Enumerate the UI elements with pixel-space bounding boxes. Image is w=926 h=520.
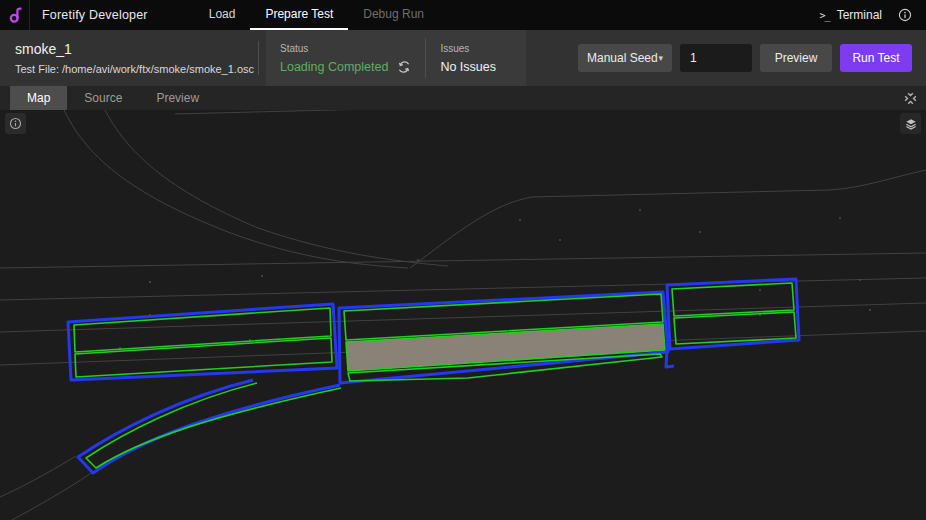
info-icon xyxy=(9,117,22,130)
map-layers-button[interactable] xyxy=(900,113,921,134)
lane-group-middle xyxy=(339,292,668,383)
foretify-logo-icon xyxy=(6,6,24,24)
status-block: Status Loading Completed xyxy=(266,43,425,74)
app-info-button[interactable] xyxy=(892,0,926,30)
tab-map[interactable]: Map xyxy=(10,86,67,110)
app-logo[interactable] xyxy=(0,0,30,30)
status-label: Status xyxy=(280,43,411,54)
test-file-path: Test File: /home/avi/work/ftx/smoke/smok… xyxy=(15,63,258,75)
nav-item-load[interactable]: Load xyxy=(194,0,251,30)
main-nav: Load Prepare Test Debug Run xyxy=(194,0,439,30)
terminal-label: Terminal xyxy=(837,8,882,22)
nav-item-debug-run[interactable]: Debug Run xyxy=(348,0,439,30)
seed-mode-value: Manual Seed xyxy=(587,51,658,65)
layers-icon xyxy=(904,117,918,131)
refresh-icon xyxy=(397,60,411,74)
map-render xyxy=(0,110,926,520)
test-name: smoke_1 xyxy=(15,41,258,57)
run-controls: Manual Seed ▾ Preview Run Test xyxy=(578,44,912,72)
run-test-button[interactable]: Run Test xyxy=(840,44,912,72)
view-tabbar: Map Source Preview xyxy=(0,86,926,110)
road-network xyxy=(0,110,926,520)
lane-group-right xyxy=(666,279,799,367)
chevron-down-icon: ▾ xyxy=(658,53,663,63)
issues-value: No Issues xyxy=(440,60,512,74)
collapse-icon xyxy=(903,91,918,106)
lane-marker-dots xyxy=(119,209,871,349)
tab-preview[interactable]: Preview xyxy=(139,86,216,110)
seed-mode-select[interactable]: Manual Seed ▾ xyxy=(578,44,672,72)
map-info-button[interactable] xyxy=(5,113,26,134)
issues-block: Issues No Issues xyxy=(426,43,526,74)
test-info: smoke_1 Test File: /home/avi/work/ftx/sm… xyxy=(0,41,258,75)
collapse-panel-button[interactable] xyxy=(895,86,926,110)
status-value: Loading Completed xyxy=(280,60,388,74)
map-canvas[interactable] xyxy=(0,110,926,520)
tab-source[interactable]: Source xyxy=(67,86,139,110)
preview-button[interactable]: Preview xyxy=(760,44,832,72)
terminal-icon: >_ xyxy=(820,10,830,21)
app-title: Foretify Developer xyxy=(30,0,148,30)
terminal-button[interactable]: >_ Terminal xyxy=(810,0,892,30)
lane-group-left xyxy=(68,304,337,380)
info-icon xyxy=(898,8,912,22)
refresh-status-button[interactable] xyxy=(397,60,411,74)
status-panel: Status Loading Completed Issues No Issue… xyxy=(266,30,526,86)
test-toolbar: smoke_1 Test File: /home/avi/work/ftx/sm… xyxy=(0,30,926,86)
issues-label: Issues xyxy=(440,43,512,54)
seed-value-input[interactable] xyxy=(680,44,752,72)
divider xyxy=(258,41,259,75)
nav-item-prepare-test[interactable]: Prepare Test xyxy=(250,0,348,30)
ramp-segment xyxy=(78,380,341,473)
top-bar: Foretify Developer Load Prepare Test Deb… xyxy=(0,0,926,30)
